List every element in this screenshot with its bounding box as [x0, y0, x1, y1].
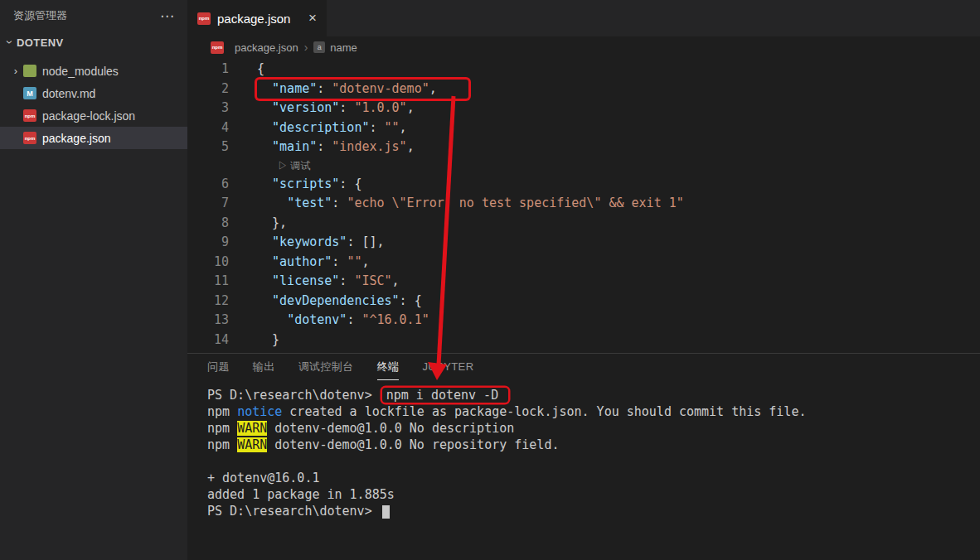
- code-text: "license": "ISC",: [257, 272, 400, 292]
- code-text: },: [257, 214, 287, 234]
- terminal-line: npm WARN dotenv-demo@1.0.0 No descriptio…: [207, 420, 980, 437]
- editor-tab-bar: npm package.json ×: [187, 0, 980, 36]
- annotated-command: npm i dotenv -D: [382, 388, 508, 403]
- code-text: "keywords": [],: [257, 233, 385, 253]
- code-text: }: [257, 331, 279, 350]
- chevron-right-icon: ›: [8, 65, 23, 77]
- terminal-line: [207, 453, 980, 470]
- code-line: 11 "license": "ISC",: [187, 272, 980, 292]
- code-line: 5 "main": "index.js",: [187, 138, 980, 157]
- code-line: 14 }: [187, 331, 980, 350]
- terminal-line: added 1 package in 1.885s: [207, 486, 980, 503]
- chevron-down-icon: ›: [3, 36, 17, 49]
- line-number: 6: [187, 175, 229, 195]
- section-label: DOTENV: [17, 36, 64, 49]
- code-line: 9 "keywords": [],: [187, 233, 980, 253]
- line-number: 2: [187, 80, 229, 99]
- code-text: "author": "",: [257, 253, 369, 273]
- code-editor[interactable]: 1{2 "name": "dotenv-demo",3 "version": "…: [187, 58, 980, 353]
- terminal-line: + dotenv@16.0.1: [207, 470, 980, 486]
- terminal[interactable]: PS D:\research\dotenv> npm i dotenv -Dnp…: [187, 380, 980, 519]
- npm-icon: npm: [197, 12, 211, 25]
- section-header-dotenv[interactable]: › DOTENV: [0, 31, 187, 53]
- code-line: 4 "description": "",: [187, 118, 980, 138]
- code-text: "dotenv": "^16.0.1": [257, 311, 429, 331]
- file-list: ›node_modulesMdotenv.mdnpmpackage-lock.j…: [0, 53, 187, 149]
- explorer-title: 资源管理器: [13, 8, 67, 23]
- code-line: 7 "test": "echo \"Error: no test specifi…: [187, 194, 980, 214]
- annotated-code: "name": "dotenv-demo",: [257, 80, 468, 99]
- markdown-icon: M: [23, 87, 36, 99]
- line-number: 5: [187, 138, 229, 157]
- vscode-window: 资源管理器 ⋯ › DOTENV ›node_modulesMdotenv.md…: [0, 0, 980, 560]
- panel-tab-问题[interactable]: 问题: [207, 354, 230, 380]
- terminal-output: PS D:\research\dotenv> npm i dotenv -Dnp…: [207, 387, 980, 519]
- sidebar-item-dotenv.md[interactable]: Mdotenv.md: [0, 82, 187, 104]
- code-text: "scripts": {: [257, 175, 361, 195]
- line-number: 8: [187, 214, 229, 234]
- npm-icon: npm: [23, 132, 36, 144]
- line-number: 13: [187, 311, 229, 331]
- code-line: 2 "name": "dotenv-demo",: [187, 80, 980, 99]
- line-number: 7: [187, 194, 229, 214]
- code-line: 6 "scripts": {: [187, 175, 980, 195]
- code-line: 1{: [187, 60, 980, 80]
- explorer-sidebar: 资源管理器 ⋯ › DOTENV ›node_modulesMdotenv.md…: [0, 0, 187, 560]
- terminal-line: npm WARN dotenv-demo@1.0.0 No repository…: [207, 437, 980, 453]
- code-text: "main": "index.js",: [257, 138, 415, 157]
- terminal-line: PS D:\research\dotenv> npm i dotenv -D: [207, 387, 980, 403]
- explorer-header: 资源管理器 ⋯: [0, 0, 187, 31]
- panel-tab-终端[interactable]: 终端: [377, 354, 400, 380]
- sidebar-item-package.json[interactable]: npmpackage.json: [0, 127, 187, 149]
- code-line: 10 "author": "",: [187, 253, 980, 273]
- sidebar-item-package-lock.json[interactable]: npmpackage-lock.json: [0, 104, 187, 127]
- line-number: 4: [187, 118, 229, 138]
- file-label: package-lock.json: [42, 109, 135, 123]
- line-number: 12: [187, 292, 229, 311]
- code-text: "description": "",: [257, 118, 407, 138]
- file-label: dotenv.md: [42, 87, 95, 100]
- more-actions-icon[interactable]: ⋯: [160, 9, 174, 23]
- terminal-cursor: [382, 505, 390, 519]
- line-number: 9: [187, 233, 229, 253]
- code-text: "devDependencies": {: [257, 292, 422, 311]
- tab-package-json[interactable]: npm package.json ×: [187, 0, 327, 36]
- breadcrumb-separator: ›: [304, 41, 308, 54]
- main-area: npm package.json × npm package.json › a …: [187, 0, 980, 560]
- code-line: 8 },: [187, 214, 980, 234]
- sidebar-item-node_modules[interactable]: ›node_modules: [0, 60, 187, 82]
- code-text: {: [257, 60, 264, 80]
- npm-icon: npm: [211, 41, 224, 54]
- file-label: node_modules: [42, 65, 119, 78]
- code-text: "test": "echo \"Error: no test specified…: [257, 194, 684, 214]
- close-icon[interactable]: ×: [308, 10, 317, 27]
- code-line: 12 "devDependencies": {: [187, 292, 980, 311]
- line-number: 11: [187, 272, 229, 292]
- line-number: 3: [187, 99, 229, 118]
- code-lines: 1{2 "name": "dotenv-demo",3 "version": "…: [187, 60, 980, 350]
- package-icon: [23, 65, 36, 77]
- code-line: 3 "version": "1.0.0",: [187, 99, 980, 118]
- bottom-panel: 问题输出调试控制台终端JUPYTER PS D:\research\dotenv…: [187, 353, 980, 560]
- line-number: 1: [187, 60, 229, 80]
- breadcrumb-symbol-label: name: [330, 41, 357, 54]
- codelens-debug[interactable]: ▷ 调试: [187, 157, 980, 175]
- code-line: 13 "dotenv": "^16.0.1": [187, 311, 980, 331]
- file-label: package.json: [42, 132, 111, 145]
- panel-tab-调试控制台[interactable]: 调试控制台: [298, 354, 354, 380]
- breadcrumb-file-label: package.json: [235, 41, 298, 54]
- tab-label: package.json: [217, 12, 290, 26]
- breadcrumb: npm package.json › a name: [187, 36, 980, 58]
- line-number: 10: [187, 253, 229, 273]
- breadcrumb-symbol[interactable]: a name: [313, 41, 357, 54]
- code-text: "version": "1.0.0",: [257, 99, 415, 118]
- terminal-line: PS D:\research\dotenv>: [207, 503, 980, 519]
- panel-tab-输出[interactable]: 输出: [253, 354, 275, 380]
- panel-tabs: 问题输出调试控制台终端JUPYTER: [187, 354, 980, 380]
- breadcrumb-file[interactable]: npm package.json: [211, 41, 298, 54]
- symbol-icon: a: [313, 41, 325, 53]
- panel-tab-JUPYTER[interactable]: JUPYTER: [422, 354, 473, 380]
- npm-icon: npm: [23, 109, 36, 122]
- line-number: 14: [187, 331, 229, 350]
- terminal-line: npm notice created a lockfile as package…: [207, 403, 980, 420]
